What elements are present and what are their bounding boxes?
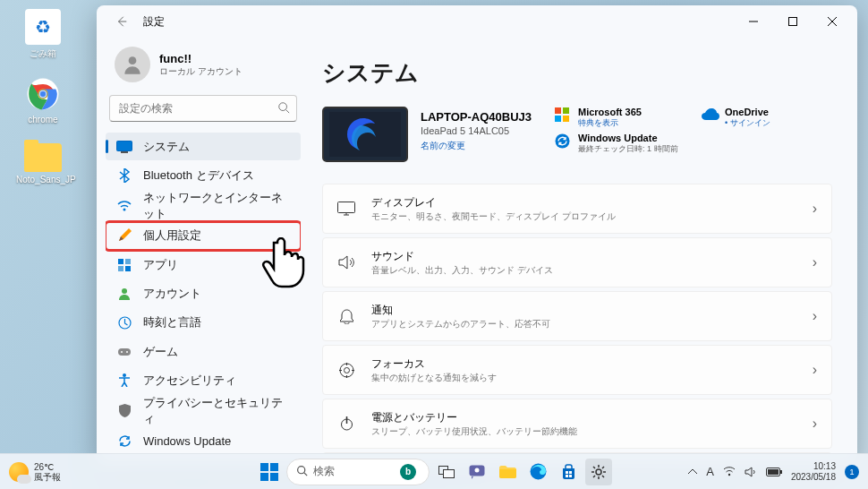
tray-wifi-icon[interactable] (723, 467, 736, 476)
svg-rect-49 (780, 470, 782, 474)
chevron-right-icon: › (813, 416, 817, 432)
svg-point-14 (122, 288, 127, 294)
tile-title: OneDrive (725, 107, 770, 117)
desktop-icon-folder[interactable]: Noto_Sans_JP (16, 143, 70, 184)
close-button[interactable] (813, 7, 852, 36)
taskbar-search[interactable]: 検索 b (286, 459, 430, 485)
svg-rect-33 (270, 463, 278, 471)
tile-onedrive[interactable]: OneDrive • サインイン (702, 107, 827, 129)
tray-battery-icon[interactable] (766, 468, 782, 476)
chevron-right-icon: › (813, 308, 817, 324)
svg-rect-12 (118, 266, 123, 271)
task-view-button[interactable] (433, 459, 460, 485)
device-name: LAPTOP-AQ40BUJ3 (421, 110, 532, 124)
bluetooth-icon (116, 167, 132, 184)
tile-windows-update[interactable]: Windows Update 最終チェック日時: 1 時間前 (555, 133, 805, 155)
weather-desc: 風予報 (34, 472, 61, 482)
taskbar-weather[interactable]: 26℃ 風予報 (9, 462, 61, 482)
window-title: 設定 (143, 14, 165, 30)
card-sub: アプリとシステムからのアラート、応答不可 (371, 318, 796, 330)
taskbar-settings[interactable] (585, 459, 612, 485)
card-title: 通知 (371, 303, 796, 318)
svg-rect-32 (260, 463, 268, 471)
nav-label: アカウント (143, 286, 201, 302)
svg-point-18 (126, 351, 128, 353)
desktop-icon-recycle-bin[interactable]: ごみ箱 (16, 9, 70, 60)
nav-item-gaming[interactable]: ゲーム (106, 338, 301, 365)
svg-point-19 (123, 373, 126, 377)
svg-rect-22 (563, 107, 569, 114)
svg-rect-50 (768, 469, 779, 475)
device-model: IdeaPad 5 14ALC05 (421, 125, 532, 136)
card-title: 電源とバッテリー (371, 410, 796, 425)
taskbar-chat[interactable] (464, 459, 490, 485)
account-sub: ローカル アカウント (159, 65, 243, 78)
svg-point-36 (298, 466, 305, 473)
chrome-icon (25, 76, 61, 112)
tile-sub[interactable]: 特典を表示 (578, 117, 642, 129)
tile-title: Windows Update (578, 133, 678, 143)
account-block[interactable]: func!! ローカル アカウント (106, 41, 301, 95)
content-area: システム LAPTOP-AQ40BUJ3 IdeaPad 5 14ALC05 名… (310, 38, 857, 464)
nav-item-personalization[interactable]: 個人用設定 (106, 222, 301, 250)
nav-item-bluetooth[interactable]: Bluetooth とデバイス (106, 161, 301, 189)
svg-point-9 (123, 208, 126, 210)
nav-item-system[interactable]: システム (106, 133, 301, 160)
card-sound[interactable]: サウンド音量レベル、出力、入力、サウンド デバイス › (322, 237, 832, 287)
svg-rect-38 (444, 469, 455, 477)
maximize-button[interactable] (773, 7, 813, 36)
nav-item-windows-update[interactable]: Windows Update (106, 427, 301, 455)
nav-item-accessibility[interactable]: アクセシビリティ (106, 366, 301, 394)
taskbar-clock[interactable]: 10:13 2023/05/18 (791, 461, 836, 483)
svg-point-17 (121, 351, 123, 353)
nav-item-apps[interactable]: アプリ (106, 251, 301, 279)
svg-rect-23 (555, 116, 561, 122)
nav-item-privacy[interactable]: プライバシーとセキュリティ (106, 396, 301, 426)
search-input[interactable] (109, 95, 297, 122)
svg-rect-43 (569, 471, 572, 474)
device-block: LAPTOP-AQ40BUJ3 IdeaPad 5 14ALC05 名前の変更 (322, 107, 544, 162)
nav-label: ネットワークとインターネット (143, 190, 290, 222)
update-icon (116, 433, 132, 449)
tray-chevron-up-icon[interactable] (688, 468, 697, 475)
search-icon (296, 464, 308, 480)
card-notifications[interactable]: 通知アプリとシステムからのアラート、応答不可 › (322, 291, 832, 341)
avatar-icon (115, 47, 150, 82)
svg-point-25 (556, 134, 570, 149)
start-button[interactable] (256, 459, 283, 485)
svg-rect-26 (338, 202, 355, 213)
device-thumbnail[interactable] (322, 107, 408, 162)
svg-rect-45 (569, 475, 572, 477)
weather-temp: 26℃ (34, 462, 61, 472)
svg-rect-16 (118, 348, 131, 356)
card-power[interactable]: 電源とバッテリースリープ、バッテリ使用状況、バッテリー節約機能 › (322, 399, 832, 449)
tray-volume-icon[interactable] (745, 467, 757, 477)
nav-item-network[interactable]: ネットワークとインターネット (106, 191, 301, 221)
nav-label: Windows Update (143, 434, 231, 448)
card-sub: スリープ、バッテリ使用状況、バッテリー節約機能 (371, 425, 796, 438)
taskbar-edge[interactable] (524, 459, 551, 485)
focus-icon (337, 361, 355, 379)
nav-list: システム Bluetooth とデバイス ネットワークとインターネット 個人用設… (106, 133, 301, 455)
svg-rect-34 (260, 473, 268, 481)
search-field[interactable] (109, 95, 297, 122)
minimize-button[interactable] (734, 7, 773, 36)
taskbar-explorer[interactable] (494, 459, 521, 485)
nav-label: 個人用設定 (143, 227, 201, 244)
back-button[interactable] (107, 7, 136, 36)
device-rename-link[interactable]: 名前の変更 (421, 140, 532, 152)
ime-indicator[interactable]: A (706, 465, 714, 478)
card-display[interactable]: ディスプレイモニター、明るさ、夜間モード、ディスプレイ プロファイル › (322, 184, 832, 234)
desktop-icon-chrome[interactable]: chrome (16, 76, 70, 124)
tile-sub[interactable]: • サインイン (725, 117, 770, 129)
nav-item-accounts[interactable]: アカウント (106, 279, 301, 307)
tile-microsoft365[interactable]: Microsoft 365 特典を表示 (555, 107, 680, 129)
notification-badge[interactable]: 1 (845, 465, 859, 479)
nav-item-time-language[interactable]: 時刻と言語 (106, 309, 301, 337)
card-focus[interactable]: フォーカス集中の妨げとなる通知を減らす › (322, 345, 832, 395)
desktop-icon-label: ごみ箱 (16, 47, 70, 60)
svg-rect-44 (566, 475, 568, 477)
m365-icon (555, 107, 571, 124)
tile-title: Microsoft 365 (578, 107, 642, 117)
taskbar-store[interactable] (555, 459, 582, 485)
